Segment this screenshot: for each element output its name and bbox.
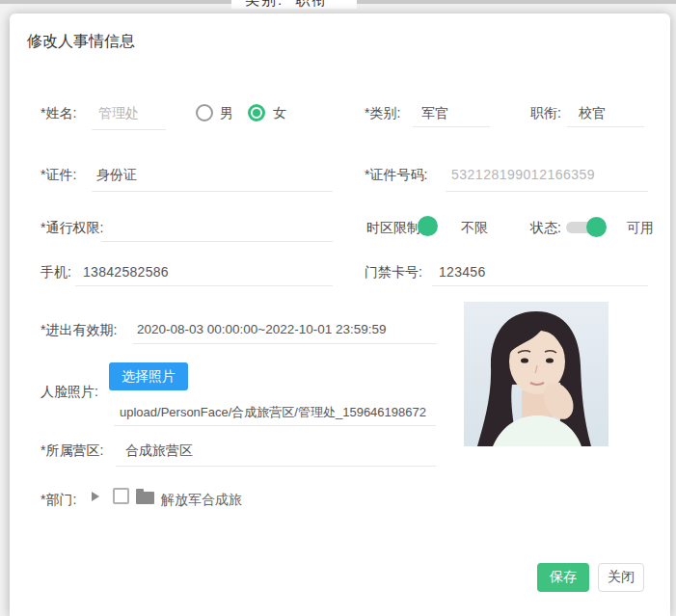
id-number-input[interactable]: 532128199012166359 (451, 167, 595, 182)
timezone-limit-state: 不限 (461, 220, 488, 237)
choose-photo-button[interactable]: 选择照片 (109, 362, 188, 390)
status-toggle-knob (586, 217, 607, 237)
person-photo-image (464, 302, 608, 446)
category-underline (413, 126, 490, 127)
status-state: 可用 (627, 220, 654, 237)
tree-node-checkbox[interactable] (113, 488, 129, 504)
category-label: *类别: (365, 105, 400, 122)
folder-icon (136, 492, 154, 504)
face-photo-path-input[interactable]: upload/PersonFace/合成旅营区/管理处_159646198672 (120, 403, 438, 420)
person-photo (464, 302, 608, 446)
gender-male-label: 男 (220, 105, 233, 122)
phone-label: 手机: (41, 264, 71, 281)
camp-underline (116, 466, 436, 467)
face-photo-underline (114, 425, 436, 426)
name-input[interactable]: 管理处 (98, 105, 139, 122)
status-toggle[interactable] (566, 217, 607, 238)
id-number-label: *证件号码: (365, 167, 427, 184)
camp-input[interactable]: 合成旅营区 (125, 442, 193, 460)
department-label: *部门: (41, 492, 76, 509)
category-input[interactable]: 军官 (421, 105, 448, 122)
access-permission-underline (101, 241, 333, 242)
door-card-underline (432, 285, 648, 286)
validity-label: *进出有效期: (41, 322, 117, 339)
id-type-input[interactable]: 身份证 (96, 167, 137, 184)
face-photo-path: upload/PersonFace/合成旅营区/管理处_159646198672 (120, 405, 426, 419)
id-number-underline (446, 191, 648, 192)
background-clipped-text: 类别: 职衔 (231, 0, 357, 9)
dialog-title: 修改人事情信息 (27, 32, 135, 52)
rank-label: 职衔: (530, 105, 561, 122)
phone-input[interactable]: 13842582586 (83, 264, 169, 280)
gender-female-radio[interactable] (248, 104, 265, 121)
tree-node-label[interactable]: 解放军合成旅 (161, 492, 242, 509)
door-card-input[interactable]: 123456 (439, 264, 486, 280)
id-type-underline (92, 191, 333, 192)
tree-expand-icon[interactable] (92, 492, 99, 501)
gender-male-radio[interactable] (196, 104, 213, 121)
status-label: 状态: (530, 220, 561, 237)
validity-underline (133, 343, 437, 344)
face-photo-label: 人脸照片: (41, 384, 98, 401)
id-type-label: *证件: (41, 167, 76, 184)
timezone-limit-toggle[interactable] (418, 216, 438, 236)
name-label: *姓名: (41, 105, 76, 122)
save-button[interactable]: 保存 (537, 563, 589, 592)
timezone-limit-label: 时区限制: (366, 220, 424, 237)
name-underline (92, 129, 166, 130)
gender-female-label: 女 (273, 105, 286, 122)
rank-input[interactable]: 校官 (579, 105, 606, 122)
close-button[interactable]: 关闭 (598, 563, 644, 592)
camp-label: *所属营区: (41, 442, 103, 460)
door-card-label: 门禁卡号: (365, 264, 422, 281)
rank-underline (567, 126, 644, 127)
phone-underline (75, 285, 333, 286)
validity-input[interactable]: 2020-08-03 00:00:00~2022-10-01 23:59:59 (137, 322, 387, 336)
access-permission-label: *通行权限: (41, 220, 103, 237)
